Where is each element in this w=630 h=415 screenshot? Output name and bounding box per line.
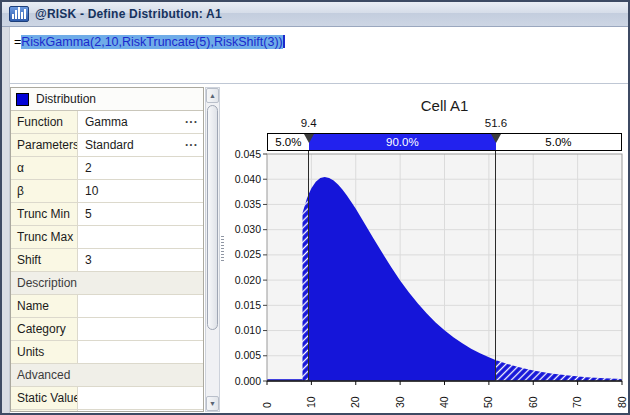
field-value-text: 10 (85, 184, 98, 198)
panel-field-row: Name (11, 295, 203, 318)
y-tick-label: 0.000 (235, 375, 261, 387)
field-value-text: 3 (85, 253, 92, 267)
panel-field-row: Units (11, 341, 203, 364)
section-label: Description (17, 276, 77, 290)
x-tick-label: 30 (394, 396, 406, 408)
x-tick-label: 20 (349, 396, 361, 408)
field-value-text: Standard (85, 138, 134, 152)
x-tick-label: 40 (438, 396, 450, 408)
formula-selected-text: RiskGamma(2,10,RiskTruncate(5),RiskShift… (21, 35, 282, 49)
panel-scrollbar[interactable]: ▲ ▼ (205, 87, 220, 412)
left-delimiter-handle[interactable] (304, 134, 314, 143)
field-value[interactable]: 3 (78, 249, 203, 271)
y-tick-label: 0.030 (235, 223, 261, 235)
field-label: Trunc Max (11, 226, 78, 248)
y-tick-label: 0.040 (235, 173, 261, 185)
y-tick-label: 0.010 (235, 324, 261, 336)
field-value-text: 2 (85, 161, 92, 175)
y-tick-label: 0.020 (235, 274, 261, 286)
x-tick-label: 60 (527, 396, 539, 408)
field-label: β (11, 180, 78, 202)
field-value[interactable] (78, 410, 203, 412)
y-tick-label: 0.045 (235, 148, 261, 160)
field-value[interactable]: 5 (78, 203, 203, 225)
section-label: Advanced (17, 368, 70, 382)
panel-field-row: Static Value (11, 387, 203, 410)
field-label: Function (11, 111, 78, 133)
x-tick-label: 80 (616, 396, 628, 408)
panel-field-row: Shift3 (11, 249, 203, 272)
panel-field-row: ParametersStandard... (11, 134, 203, 157)
formula-bar: =RiskGamma(2,10,RiskTruncate(5),RiskShif… (2, 27, 628, 84)
panel-header: Distribution (11, 88, 203, 111)
right-delimiter-handle[interactable] (491, 134, 501, 143)
field-value-text: 5 (85, 207, 92, 221)
right-percentile-delimiter[interactable] (495, 151, 496, 381)
distribution-color-swatch (16, 93, 29, 106)
field-label: Parameters (11, 134, 78, 156)
more-options-button[interactable]: ... (185, 112, 198, 126)
x-tick-label: 70 (571, 396, 583, 408)
y-tick-label: 0.005 (235, 349, 261, 361)
field-value[interactable] (78, 226, 203, 248)
band-right-percent-label: 5.0% (496, 134, 621, 150)
field-label: Category (11, 318, 78, 340)
right-percentile-value: 51.6 (474, 117, 518, 131)
field-label: Trunc Min (11, 203, 78, 225)
x-tick-label: 0 (261, 402, 273, 408)
field-value[interactable] (78, 341, 203, 363)
band-left-percent-label: 5.0% (268, 134, 309, 150)
panel-section-header: Description (11, 272, 203, 295)
y-tick-label: 0.025 (235, 248, 261, 260)
window-title: @RISK - Define Distribution: A1 (35, 7, 222, 21)
scroll-up-button[interactable]: ▲ (206, 88, 219, 103)
field-value-text: Gamma (85, 115, 128, 129)
field-value[interactable] (78, 387, 203, 409)
main-area: Distribution FunctionGamma...ParametersS… (2, 84, 628, 412)
y-axis: 0.0000.0050.0100.0150.0200.0250.0300.035… (235, 148, 267, 387)
field-label: Name (11, 295, 78, 317)
panel-field-row: Trunc Min5 (11, 203, 203, 226)
more-options-button[interactable]: ... (185, 135, 198, 149)
field-label: Shift (11, 249, 78, 271)
panel-section-header: Advanced (11, 364, 203, 387)
x-axis: 01020304050607080 (261, 381, 628, 408)
panel-field-row: β10 (11, 180, 203, 203)
x-tick-label: 50 (482, 396, 494, 408)
chart-area: 0.0000.0050.0100.0150.0200.0250.0300.035… (224, 84, 628, 412)
field-label: Static Value (11, 387, 78, 409)
band-middle-percent-label: 90.0% (309, 134, 496, 150)
field-value[interactable]: 10 (78, 180, 203, 202)
panel-field-row (11, 410, 203, 412)
formula-input[interactable]: =RiskGamma(2,10,RiskTruncate(5),RiskShif… (14, 35, 624, 49)
scrollbar-thumb[interactable] (207, 105, 218, 330)
panel-field-row: Trunc Max (11, 226, 203, 249)
chart-title: Cell A1 (267, 97, 622, 116)
field-value[interactable]: Standard... (78, 134, 203, 156)
distribution-properties-panel: Distribution FunctionGamma...ParametersS… (10, 87, 204, 412)
panel-header-label: Distribution (36, 92, 96, 106)
risk-histogram-icon (9, 6, 29, 22)
panel-rows: FunctionGamma...ParametersStandard...α2β… (11, 111, 203, 412)
field-label (11, 410, 78, 412)
y-tick-label: 0.015 (235, 299, 261, 311)
panel-field-row: Category (11, 318, 203, 341)
panel-field-row: α2 (11, 157, 203, 180)
x-tick-label: 10 (305, 396, 317, 408)
scroll-down-button[interactable]: ▼ (206, 396, 219, 411)
field-value[interactable] (78, 318, 203, 340)
field-label: Units (11, 341, 78, 363)
risk-define-distribution-window: @RISK - Define Distribution: A1 =RiskGam… (0, 0, 630, 415)
y-tick-label: 0.035 (235, 198, 261, 210)
field-value[interactable]: Gamma... (78, 111, 203, 133)
title-bar[interactable]: @RISK - Define Distribution: A1 (2, 2, 628, 27)
panel-field-row: FunctionGamma... (11, 111, 203, 134)
field-value[interactable]: 2 (78, 157, 203, 179)
text-caret (283, 35, 285, 48)
window-left-margin (2, 27, 10, 413)
field-label: α (11, 157, 78, 179)
left-percentile-value: 9.4 (287, 117, 331, 131)
field-value[interactable] (78, 295, 203, 317)
left-percentile-delimiter[interactable] (308, 151, 309, 381)
